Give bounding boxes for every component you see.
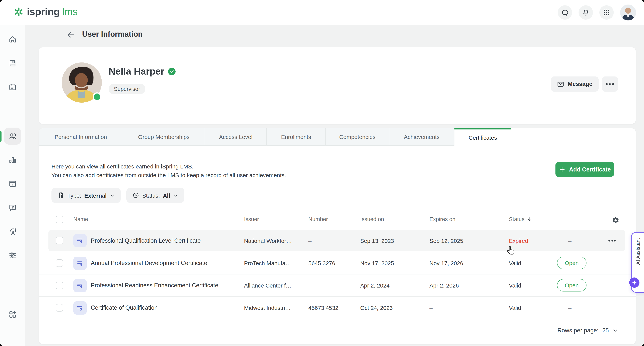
column-header-issued-on[interactable]: Issued on (360, 216, 384, 222)
certificate-issuer: Midwest Industri… (244, 304, 291, 311)
tab-group-memberships[interactable]: Group Memberships (123, 128, 205, 146)
add-certificate-button[interactable]: Add Certificate (556, 162, 614, 177)
mentor-broadcast-icon (8, 227, 17, 236)
sidebar-item-info-portal[interactable] (4, 175, 21, 192)
sidebar-active-indicator (0, 131, 2, 142)
certificate-action-dash: – (568, 304, 572, 311)
message-button[interactable]: Message (551, 77, 598, 92)
plus-icon (559, 166, 565, 173)
clock-icon (132, 192, 139, 199)
tab-certificates[interactable]: Certificates (454, 128, 511, 146)
back-button[interactable] (65, 29, 77, 41)
ispring-burst-icon (14, 7, 24, 17)
table-row[interactable]: Annual Professional Development Certific… (39, 252, 636, 274)
certificate-issued-on: Apr 2, 2024 (360, 282, 390, 289)
bell-icon (582, 9, 590, 17)
tab-access-level[interactable]: Access Level (205, 128, 267, 146)
table-row[interactable]: Professional Qualification Level Certifi… (39, 229, 636, 252)
status-badge: Valid (509, 282, 521, 289)
chevron-down-icon (173, 193, 178, 198)
book-icon (8, 59, 17, 68)
status-badge: Valid (509, 260, 521, 266)
certificate-name[interactable]: Professional Qualification Level Certifi… (91, 237, 201, 244)
apps-add-icon (8, 310, 17, 319)
column-header-issuer[interactable]: Issuer (244, 216, 259, 222)
certificates-panel: Personal Information Group Memberships A… (39, 128, 636, 344)
sidebar-item-settings[interactable] (4, 247, 21, 264)
certificate-issuer: National Workfor… (244, 237, 292, 244)
select-all-checkbox[interactable] (56, 216, 63, 223)
table-bottom-divider (39, 319, 636, 319)
chevron-down-icon (110, 193, 115, 198)
logo-text: ispringlms (27, 6, 78, 18)
certificate-action-dash: – (568, 237, 572, 244)
table-settings-gear-icon[interactable] (609, 214, 622, 227)
profile-tabs: Personal Information Group Memberships A… (39, 128, 511, 146)
row-checkbox[interactable] (56, 304, 63, 311)
envelope-icon (557, 81, 564, 88)
column-header-number[interactable]: Number (308, 216, 328, 222)
ai-sparkle-icon[interactable] (629, 277, 640, 288)
open-certificate-button[interactable]: Open (557, 279, 586, 291)
page-header: User Information (25, 25, 644, 45)
certificate-name[interactable]: Annual Professional Development Certific… (91, 260, 207, 266)
user-more-actions-button[interactable] (602, 77, 618, 92)
grid-dots-icon (603, 9, 610, 16)
certificate-expires-on: Apr 2, 2026 (430, 282, 459, 289)
sidebar-item-reports[interactable] (4, 151, 21, 168)
row-more-actions-icon[interactable] (608, 240, 616, 241)
certificate-name[interactable]: Professional Readiness Enhancement Certi… (91, 282, 218, 289)
calendar-icon (8, 83, 17, 92)
sidebar-item-courses[interactable] (4, 55, 21, 72)
apps-grid-button[interactable] (599, 5, 614, 20)
certificate-icon (74, 234, 87, 247)
type-filter[interactable]: Type: External (52, 188, 121, 203)
certificate-name[interactable]: Certificate of Qualification (91, 304, 158, 311)
verified-badge-icon (168, 68, 176, 75)
question-bubble-icon (8, 203, 17, 212)
table-header: Name Issuer Number Issued on Expires on … (39, 211, 636, 229)
role-badge: Supervisor (108, 84, 146, 94)
tab-personal-information[interactable]: Personal Information (39, 128, 123, 146)
current-user-avatar[interactable] (620, 5, 636, 21)
certificate-number: – (308, 282, 312, 289)
sidebar-item-home[interactable] (4, 31, 21, 48)
sort-desc-icon (527, 217, 532, 222)
tab-competencies[interactable]: Competencies (326, 128, 389, 146)
online-status-dot (93, 92, 102, 101)
certificate-number: 5645 3276 (308, 260, 335, 266)
column-header-status[interactable]: Status (509, 216, 532, 222)
row-checkbox[interactable] (56, 237, 63, 244)
table-row[interactable]: Certificate of Qualification Midwest Ind… (39, 296, 636, 319)
tab-enrollments[interactable]: Enrollments (267, 128, 326, 146)
status-filter[interactable]: Status: All (126, 188, 184, 203)
sidebar-item-users[interactable] (4, 128, 21, 145)
certificate-doc-icon (58, 192, 64, 199)
messages-button[interactable] (558, 5, 572, 20)
users-icon (8, 132, 17, 141)
sidebar-item-help[interactable] (4, 199, 21, 216)
row-checkbox[interactable] (56, 282, 63, 289)
table-row[interactable]: Professional Readiness Enhancement Certi… (39, 274, 636, 296)
avatar-photo (620, 5, 636, 21)
certificate-issued-on: Nov 17, 2025 (360, 260, 394, 266)
notifications-button[interactable] (578, 5, 593, 20)
certificate-issued-on: Oct 24, 2023 (360, 304, 393, 311)
column-header-name[interactable]: Name (74, 216, 88, 222)
row-checkbox[interactable] (56, 259, 63, 267)
back-arrow-icon (66, 31, 75, 39)
tab-achievements[interactable]: Achievements (389, 128, 454, 146)
sidebar-item-add-apps[interactable] (4, 306, 21, 323)
open-certificate-button[interactable]: Open (557, 257, 586, 269)
sidebar-nav (0, 25, 25, 346)
ispring-logo[interactable]: ispringlms (14, 6, 78, 18)
column-header-expires-on[interactable]: Expires on (430, 216, 456, 222)
sidebar-item-mentoring[interactable] (4, 223, 21, 240)
rows-per-page-value: 25 (602, 327, 609, 334)
certificate-number: – (308, 237, 312, 244)
app-window: ispringlms (0, 0, 644, 346)
sidebar-item-calendar[interactable] (4, 79, 21, 96)
chevron-down-icon (612, 328, 618, 333)
rows-per-page-selector[interactable]: Rows per page: 25 (557, 327, 618, 334)
ai-assistant-label: AI Assistant (635, 238, 641, 265)
